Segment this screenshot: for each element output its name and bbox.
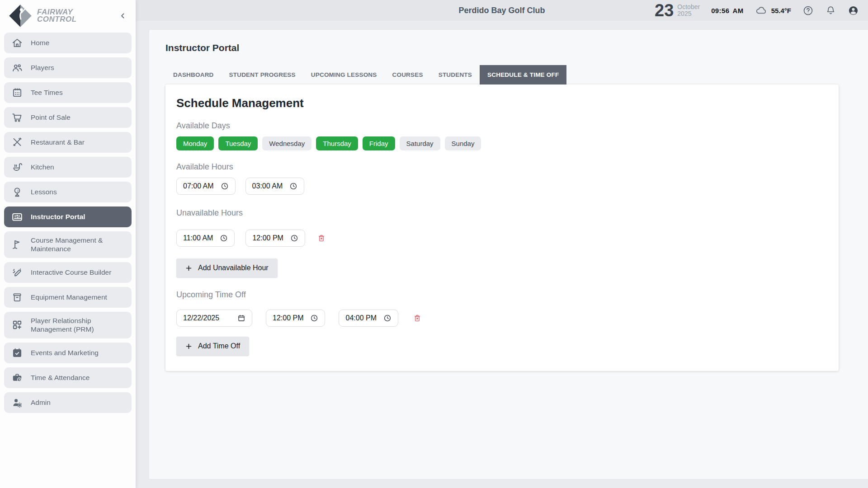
time-off-date-input[interactable]: 12/22/2025: [176, 310, 252, 327]
day-chip-monday[interactable]: Monday: [176, 136, 214, 150]
help-icon[interactable]: [802, 5, 814, 16]
day-chip-sunday[interactable]: Sunday: [445, 136, 481, 150]
unavailable-end-time-input[interactable]: 12:00 PM: [245, 230, 305, 247]
add-unavailable-hour-button[interactable]: Add Unavailable Hour: [176, 258, 278, 277]
day-chip-saturday[interactable]: Saturday: [400, 136, 440, 150]
equipment-box-icon: [11, 291, 23, 303]
clock-icon: [290, 234, 298, 242]
sidebar-item-label: Tee Times: [31, 88, 63, 97]
day-chip-wednesday[interactable]: Wednesday: [262, 136, 311, 150]
briefcase-clock-icon: [11, 372, 23, 384]
card-title: Schedule Management: [176, 96, 828, 110]
page-title: Instructor Portal: [165, 42, 839, 53]
time-value: 09:56: [711, 7, 729, 14]
notifications-bell-icon[interactable]: [825, 5, 836, 16]
available-days-label: Available Days: [176, 121, 828, 131]
sidebar-item-label: Course Management & Maintenance: [31, 236, 124, 253]
fairway-control-logo-icon: [8, 4, 33, 28]
time-off-start-time-input[interactable]: 12:00 PM: [266, 310, 325, 327]
time-off-end-time-input[interactable]: 04:00 PM: [339, 310, 398, 327]
tab-dashboard[interactable]: DASHBOARD: [165, 65, 222, 84]
sidebar-item-kitchen[interactable]: Kitchen: [4, 157, 132, 178]
sidebar-item-label: Players: [31, 63, 54, 72]
date-value: 12/22/2025: [183, 314, 219, 322]
available-days-chips: Monday Tuesday Wednesday Thursday Friday…: [176, 136, 828, 150]
logo-line2: CONTROL: [37, 16, 77, 23]
clock-icon: [383, 314, 392, 322]
sidebar-item-label: Home: [31, 38, 49, 47]
sidebar-item-events-marketing[interactable]: Events and Marketing: [4, 343, 132, 363]
sidebar-item-label: Equipment Management: [31, 293, 107, 301]
delete-time-off-button[interactable]: [412, 313, 423, 324]
players-group-icon: [11, 62, 23, 74]
sidebar-item-home[interactable]: Home: [4, 33, 132, 53]
sidebar-item-label: Restaurant & Bar: [31, 138, 85, 146]
delete-unavailable-hour-button[interactable]: [316, 233, 327, 244]
shopping-cart-icon: [11, 112, 23, 123]
time-value: 04:00 PM: [345, 314, 376, 322]
sidebar-item-equipment-management[interactable]: Equipment Management: [4, 287, 132, 308]
golf-flag-icon: [11, 239, 23, 250]
available-end-time-input[interactable]: 03:00 AM: [245, 178, 305, 195]
cloud-icon: [755, 4, 768, 17]
user-gear-icon: [11, 397, 23, 408]
content-panel: Instructor Portal DASHBOARD STUDENT PROG…: [149, 30, 868, 479]
unavailable-hours-row: 11:00 AM 12:00 PM: [176, 230, 828, 247]
instructor-card-icon: [11, 211, 23, 223]
day-chip-thursday[interactable]: Thursday: [316, 136, 358, 150]
available-start-time-input[interactable]: 07:00 AM: [176, 178, 236, 195]
date-display: 23 October 2025: [655, 2, 700, 19]
calendar-icon: [237, 314, 245, 322]
tab-upcoming-lessons[interactable]: UPCOMING LESSONS: [303, 65, 385, 84]
tab-courses[interactable]: COURSES: [385, 65, 431, 84]
add-unavailable-hour-label: Add Unavailable Hour: [198, 264, 269, 272]
time-meridiem: AM: [733, 7, 744, 14]
sidebar-item-tee-times[interactable]: Tee Times: [4, 82, 132, 103]
clock-icon: [310, 314, 318, 322]
unavailable-start-time-input[interactable]: 11:00 AM: [176, 230, 235, 247]
day-chip-friday[interactable]: Friday: [363, 136, 395, 150]
sidebar-item-lessons[interactable]: Lessons: [4, 182, 132, 202]
sidebar-item-label: Point of Sale: [31, 113, 71, 122]
sidebar-item-label: Admin: [31, 398, 51, 407]
sidebar-item-admin[interactable]: Admin: [4, 392, 132, 413]
time-off-row: 12/22/2025 12:00 PM 04:00 PM: [176, 310, 828, 327]
clock-icon: [220, 234, 228, 242]
sidebar-item-point-of-sale[interactable]: Point of Sale: [4, 107, 132, 128]
sidebar: FAIRWAY CONTROL Home Players Tee Times: [0, 0, 136, 488]
main-area: Instructor Portal DASHBOARD STUDENT PROG…: [136, 0, 868, 488]
sidebar-item-label: Lessons: [31, 188, 57, 196]
tab-student-progress[interactable]: STUDENT PROGRESS: [222, 65, 303, 84]
clock-display: 09:56 AM: [711, 7, 744, 14]
sidebar-item-players[interactable]: Players: [4, 57, 132, 78]
sidebar-item-time-attendance[interactable]: Time & Attendance: [4, 367, 132, 388]
time-value: 12:00 PM: [252, 234, 283, 242]
calendar-check-icon: [11, 347, 23, 359]
crossed-utensils-icon: [11, 136, 23, 148]
tab-students[interactable]: STUDENTS: [431, 65, 480, 84]
unavailable-hours-label: Unavailable Hours: [176, 208, 828, 218]
sidebar-item-restaurant-bar[interactable]: Restaurant & Bar: [4, 132, 132, 153]
sidebar-item-instructor-portal[interactable]: Instructor Portal: [4, 206, 132, 227]
upcoming-time-off-label: Upcoming Time Off: [176, 290, 828, 300]
logo-row: FAIRWAY CONTROL: [0, 0, 136, 30]
plus-icon: [185, 343, 192, 350]
date-day: 23: [655, 2, 674, 19]
sidebar-item-interactive-course-builder[interactable]: Interactive Course Builder: [4, 262, 132, 283]
pencil-draw-icon: [11, 267, 23, 278]
sidebar-collapse-chevron-icon[interactable]: [118, 10, 128, 21]
sidebar-item-label: Interactive Course Builder: [31, 268, 111, 277]
user-avatar-icon[interactable]: [848, 5, 859, 16]
time-value: 12:00 PM: [273, 314, 303, 322]
sidebar-item-course-management[interactable]: Course Management & Maintenance: [4, 231, 132, 258]
tab-schedule-time-off[interactable]: SCHEDULE & TIME OFF: [480, 65, 566, 84]
sidebar-nav: Home Players Tee Times Point of Sale Res: [0, 30, 136, 416]
top-header: Perdido Bay Golf Club 23 October 2025 09…: [136, 0, 868, 21]
golf-ball-tee-icon: [11, 186, 23, 198]
add-time-off-button[interactable]: Add Time Off: [176, 337, 249, 356]
available-hours-row: 07:00 AM 03:00 AM: [176, 178, 828, 195]
home-icon: [11, 37, 23, 49]
date-month: October: [677, 4, 700, 10]
sidebar-item-prm[interactable]: Player Relationship Management (PRM): [4, 312, 132, 338]
day-chip-tuesday[interactable]: Tuesday: [218, 136, 258, 150]
